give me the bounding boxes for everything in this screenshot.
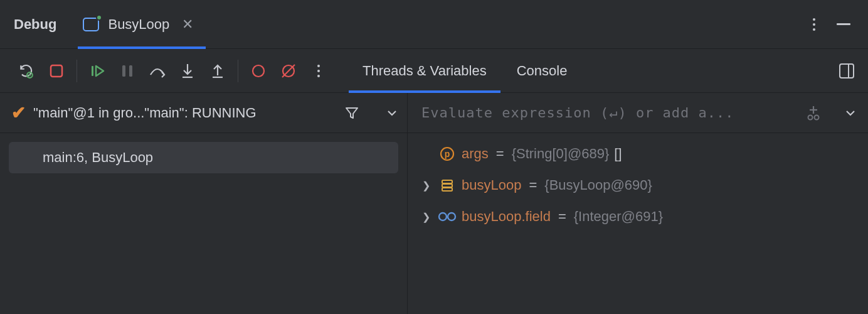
variable-row[interactable]: ❯busyLoop.field = {Integer@691} — [419, 205, 857, 229]
equals-sign: = — [496, 146, 504, 162]
svg-rect-21 — [442, 188, 452, 191]
equals-sign: = — [529, 177, 537, 193]
frames-list: main:6, BusyLoop — [0, 133, 407, 182]
variable-kind-icon — [438, 211, 457, 222]
step-over-button[interactable] — [142, 56, 172, 86]
variable-kind-icon — [438, 178, 457, 192]
svg-text:p: p — [445, 149, 450, 159]
variable-kind-icon: p — [438, 146, 457, 161]
running-check-icon: ✔ — [11, 102, 26, 123]
variables-list: pargs = {String[0]@689} []❯busyLoop = {B… — [408, 133, 868, 237]
debug-toolbar: Threads & Variables Console — [0, 49, 868, 93]
more-options-icon[interactable] — [813, 18, 815, 31]
variable-value: {BusyLoop@690} — [544, 177, 652, 193]
expander-icon[interactable]: ❯ — [419, 211, 433, 223]
svg-point-23 — [448, 213, 455, 220]
minimize-icon[interactable] — [837, 23, 850, 25]
tab-console[interactable]: Console — [502, 49, 583, 92]
svg-rect-19 — [442, 180, 452, 183]
debug-tool-window: Debug BusyLoop ✕ — [0, 0, 868, 314]
mute-breakpoints-button[interactable] — [273, 56, 304, 86]
toolbar-more-icon[interactable] — [304, 56, 334, 86]
pause-button[interactable] — [112, 56, 142, 86]
thread-label[interactable]: "main"@1 in gro..."main": RUNNING — [33, 105, 257, 121]
variables-panel: pargs = {String[0]@689} []❯busyLoop = {B… — [408, 93, 868, 314]
frames-panel: ✔ "main"@1 in gro..."main": RUNNING main… — [0, 93, 408, 314]
svg-point-1 — [29, 73, 31, 75]
svg-point-15 — [808, 115, 813, 119]
evaluate-bar — [408, 93, 868, 133]
svg-point-10 — [253, 65, 264, 77]
svg-rect-4 — [122, 65, 125, 77]
variable-value: {Integer@691} — [574, 208, 663, 225]
application-icon — [83, 18, 99, 31]
step-into-button[interactable] — [172, 56, 203, 86]
step-out-button[interactable] — [203, 56, 233, 86]
variable-row[interactable]: ❯busyLoop = {BusyLoop@690} — [419, 173, 857, 197]
tab-threads-variables[interactable]: Threads & Variables — [347, 49, 502, 92]
chevron-down-icon[interactable] — [386, 107, 398, 119]
view-breakpoints-button[interactable] — [243, 56, 273, 86]
expander-icon[interactable]: ❯ — [419, 180, 433, 192]
equals-sign: = — [558, 208, 566, 225]
panel-title: Debug — [14, 16, 56, 33]
variable-row[interactable]: pargs = {String[0]@689} [] — [419, 142, 857, 166]
run-config-tab[interactable]: BusyLoop ✕ — [79, 0, 204, 48]
variable-tail: [] — [614, 146, 622, 162]
run-config-label: BusyLoop — [108, 16, 169, 33]
stop-button[interactable] — [41, 56, 71, 86]
svg-rect-2 — [51, 65, 62, 77]
topbar: Debug BusyLoop ✕ — [0, 0, 868, 49]
resume-button[interactable] — [82, 56, 112, 86]
add-watch-icon[interactable] — [805, 105, 822, 121]
evaluate-input[interactable] — [421, 105, 797, 121]
variable-value: {String[0]@689} — [512, 146, 610, 162]
svg-rect-5 — [129, 65, 132, 77]
svg-point-16 — [815, 115, 819, 119]
layout-settings-icon[interactable] — [832, 56, 862, 86]
variable-name: busyLoop.field — [462, 208, 551, 225]
variable-name: args — [462, 146, 489, 162]
frame-label: main:6, BusyLoop — [43, 149, 153, 166]
stack-frame[interactable]: main:6, BusyLoop — [9, 142, 398, 173]
rerun-button[interactable] — [11, 56, 41, 86]
svg-rect-20 — [442, 184, 452, 187]
variable-name: busyLoop — [462, 177, 521, 193]
chevron-down-icon[interactable] — [844, 107, 857, 119]
filter-icon[interactable] — [344, 106, 359, 121]
thread-selector-bar: ✔ "main"@1 in gro..."main": RUNNING — [0, 93, 407, 133]
svg-rect-3 — [92, 66, 93, 76]
svg-point-22 — [439, 213, 447, 220]
close-icon[interactable]: ✕ — [182, 16, 193, 33]
